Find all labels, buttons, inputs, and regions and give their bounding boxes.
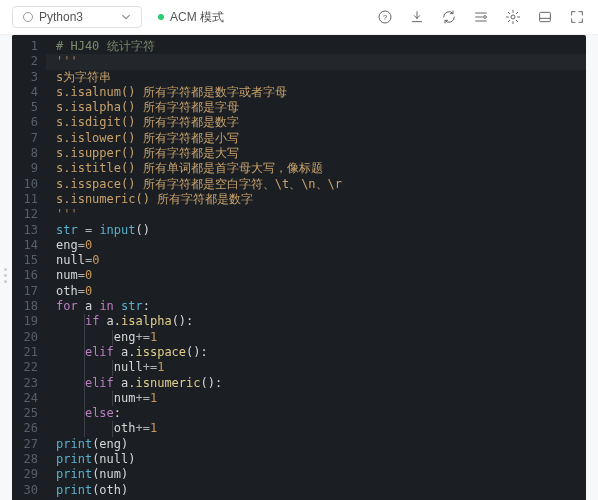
line-number: 23 <box>22 376 38 391</box>
svg-point-2 <box>484 16 487 19</box>
editor-container: 1234567891011121314151617181920212223242… <box>0 35 598 500</box>
line-number: 25 <box>22 406 38 421</box>
code-line[interactable]: print(num) <box>46 467 586 482</box>
line-number: 24 <box>22 391 38 406</box>
code-line[interactable]: num=0 <box>46 268 586 283</box>
code-line[interactable]: elif a.isspace(): <box>46 345 586 360</box>
code-line[interactable]: eng=0 <box>46 238 586 253</box>
line-number: 30 <box>22 483 38 498</box>
code-line[interactable]: print(eng) <box>46 437 586 452</box>
line-number: 14 <box>22 238 38 253</box>
chevron-down-icon <box>121 12 131 22</box>
code-line[interactable]: str = input() <box>46 223 586 238</box>
svg-rect-4 <box>540 12 551 21</box>
line-number: 29 <box>22 467 38 482</box>
drag-handle-icon[interactable] <box>4 268 7 283</box>
refresh-icon[interactable] <box>440 8 458 26</box>
status-dot-icon <box>158 14 164 20</box>
language-indicator-icon <box>23 12 33 22</box>
panel-icon[interactable] <box>536 8 554 26</box>
help-icon[interactable]: ? <box>376 8 394 26</box>
line-number: 20 <box>22 330 38 345</box>
code-line[interactable]: else: <box>46 406 586 421</box>
code-line[interactable]: s.isnumeric() 所有字符都是数字 <box>46 192 586 207</box>
code-line[interactable]: s.istitle() 所有单词都是首字母大写，像标题 <box>46 161 586 176</box>
line-number: 18 <box>22 299 38 314</box>
line-number: 10 <box>22 177 38 192</box>
line-number: 17 <box>22 284 38 299</box>
code-line[interactable]: ''' <box>46 207 586 222</box>
line-number: 1 <box>22 39 38 54</box>
code-line[interactable]: null=0 <box>46 253 586 268</box>
code-line[interactable]: for a in str: <box>46 299 586 314</box>
language-label: Python3 <box>39 10 83 24</box>
mode-indicator: ACM 模式 <box>158 9 224 26</box>
line-number: 26 <box>22 421 38 436</box>
code-editor[interactable]: 1234567891011121314151617181920212223242… <box>12 35 586 500</box>
line-number: 4 <box>22 85 38 100</box>
line-number: 2 <box>22 54 38 69</box>
code-line[interactable]: ''' <box>46 54 586 69</box>
code-line[interactable]: s.isupper() 所有字符都是大写 <box>46 146 586 161</box>
code-line[interactable]: s为字符串 <box>46 70 586 85</box>
download-icon[interactable] <box>408 8 426 26</box>
line-number: 28 <box>22 452 38 467</box>
code-line[interactable]: elif a.isnumeric(): <box>46 376 586 391</box>
line-number: 3 <box>22 70 38 85</box>
code-line[interactable]: null+=1 <box>46 360 586 375</box>
line-number: 5 <box>22 100 38 115</box>
top-toolbar: Python3 ACM 模式 ? <box>0 0 598 35</box>
line-number-gutter: 1234567891011121314151617181920212223242… <box>12 35 46 500</box>
code-line[interactable]: num+=1 <box>46 391 586 406</box>
line-number: 6 <box>22 115 38 130</box>
code-line[interactable]: eng+=1 <box>46 330 586 345</box>
code-line[interactable]: print(oth) <box>46 483 586 498</box>
line-number: 7 <box>22 131 38 146</box>
toolbar-icons: ? <box>376 8 586 26</box>
line-number: 16 <box>22 268 38 283</box>
code-area[interactable]: # HJ40 统计字符'''s为字符串s.isalnum() 所有字符都是数字或… <box>46 35 586 500</box>
line-number: 9 <box>22 161 38 176</box>
line-number: 19 <box>22 314 38 329</box>
code-line[interactable]: # HJ40 统计字符 <box>46 39 586 54</box>
svg-point-3 <box>511 15 515 19</box>
language-select[interactable]: Python3 <box>12 6 142 28</box>
gear-icon[interactable] <box>504 8 522 26</box>
line-number: 27 <box>22 437 38 452</box>
line-number: 22 <box>22 360 38 375</box>
settings-lines-icon[interactable] <box>472 8 490 26</box>
svg-text:?: ? <box>383 13 387 22</box>
code-line[interactable]: if a.isalpha(): <box>46 314 586 329</box>
line-number: 12 <box>22 207 38 222</box>
line-number: 11 <box>22 192 38 207</box>
code-line[interactable]: oth=0 <box>46 284 586 299</box>
line-number: 13 <box>22 223 38 238</box>
code-line[interactable]: s.islower() 所有字符都是小写 <box>46 131 586 146</box>
line-number: 8 <box>22 146 38 161</box>
code-line[interactable]: oth+=1 <box>46 421 586 436</box>
line-number: 21 <box>22 345 38 360</box>
fullscreen-icon[interactable] <box>568 8 586 26</box>
code-line[interactable]: s.isalpha() 所有字符都是字母 <box>46 100 586 115</box>
code-line[interactable]: s.isspace() 所有字符都是空白字符、\t、\n、\r <box>46 177 586 192</box>
code-line[interactable]: s.isalnum() 所有字符都是数字或者字母 <box>46 85 586 100</box>
line-number: 15 <box>22 253 38 268</box>
code-line[interactable]: print(null) <box>46 452 586 467</box>
mode-label: ACM 模式 <box>170 9 224 26</box>
code-line[interactable]: s.isdigit() 所有字符都是数字 <box>46 115 586 130</box>
